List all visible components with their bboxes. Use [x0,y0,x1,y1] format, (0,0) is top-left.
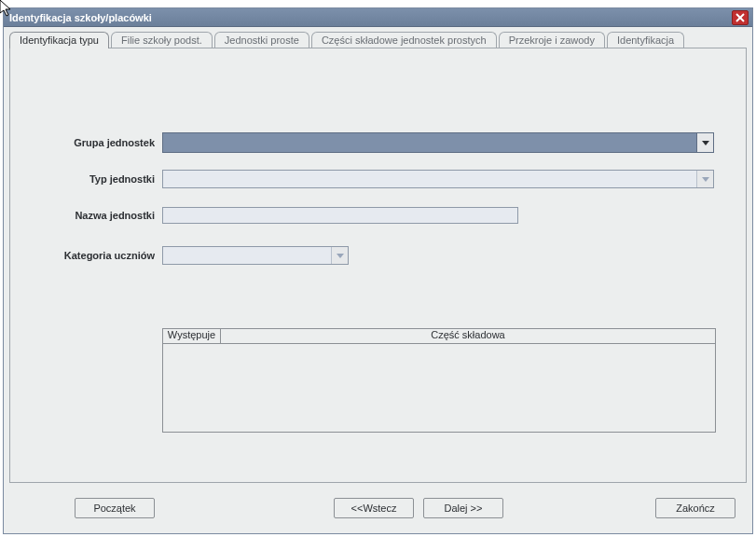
label-grupa-jednostek: Grupa jednostek [27,137,162,148]
button-label: <<Wstecz [351,503,397,514]
back-button[interactable]: <<Wstecz [334,498,414,518]
tab-przekroje-zawody[interactable]: Przekroje i zawody [499,32,605,48]
dropdown-field [163,171,696,187]
dropdown-typ-jednostki[interactable] [162,170,714,188]
tab-label: Identyfikacja typu [20,34,99,46]
row-grupa-jednostek: Grupa jednostek [27,132,714,153]
start-button[interactable]: Początek [75,498,155,518]
row-typ-jednostki: Typ jednostki [27,170,714,188]
button-label: Zakończ [676,503,715,514]
chevron-down-icon [702,141,709,145]
column-wystepuje: Występuje [163,329,221,343]
titlebar: Identyfikacja szkoły/placówki [4,8,752,27]
tab-bar: Identyfikacja typu Filie szkoły podst. J… [4,27,752,48]
tab-content: Grupa jednostek Typ jednostki [9,48,747,483]
tab-label: Filie szkoły podst. [121,34,202,46]
close-button[interactable] [732,10,749,25]
chevron-down-icon [337,254,344,258]
dropdown-button[interactable] [331,247,348,264]
next-button[interactable]: Dalej >> [423,498,503,518]
tab-label: Jednostki proste [225,34,299,46]
button-label: Dalej >> [445,503,483,514]
finish-button[interactable]: Zakończ [655,498,735,518]
tab-identyfikacja-typu[interactable]: Identyfikacja typu [9,32,109,48]
tab-label: Części składowe jednostek prostych [322,34,487,46]
tab-jednostki-proste[interactable]: Jednostki proste [214,32,309,48]
button-label: Początek [93,503,135,514]
dialog-window: Identyfikacja szkoły/placówki Identyfika… [3,7,753,534]
dropdown-button[interactable] [696,171,713,187]
label-typ-jednostki: Typ jednostki [27,173,162,185]
dropdown-button[interactable] [696,133,713,152]
dropdown-grupa-jednostek[interactable] [162,132,714,153]
dropdown-field [163,133,696,152]
tab-filie-szkoly-podst[interactable]: Filie szkoły podst. [111,32,213,48]
close-icon [735,13,745,22]
dropdown-field [163,247,331,264]
label-kategoria-uczniow: Kategoria uczniów [27,250,162,261]
input-nazwa-jednostki[interactable] [162,207,518,224]
label-nazwa-jednostki: Nazwa jednostki [27,210,162,221]
tab-czesci-skladowe[interactable]: Części składowe jednostek prostych [311,32,497,48]
wizard-footer: Początek <<Wstecz Dalej >> Zakończ [9,489,747,528]
table-header: Występuje Część składowa [163,329,715,344]
row-kategoria-uczniow: Kategoria uczniów [27,246,349,265]
components-table: Występuje Część składowa [162,328,716,433]
chevron-down-icon [702,177,709,182]
window-title: Identyfikacja szkoły/placówki [9,12,732,23]
dropdown-kategoria-uczniow[interactable] [162,246,349,265]
tab-label: Przekroje i zawody [509,34,595,46]
row-nazwa-jednostki: Nazwa jednostki [27,207,518,224]
column-czesc-skladowa: Część składowa [221,329,715,343]
tab-identyfikacja[interactable]: Identyfikacja [607,32,684,48]
tab-label: Identyfikacja [617,34,674,46]
